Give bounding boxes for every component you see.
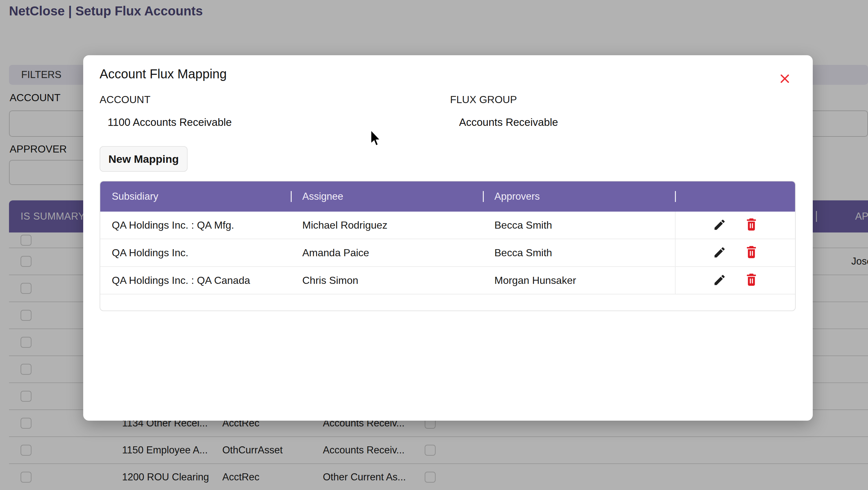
- mapping-row: QA Holdings Inc. : QA Canada Chris Simon…: [100, 267, 795, 294]
- close-icon: [777, 83, 793, 87]
- mapping-row: QA Holdings Inc. Amanda Paice Becca Smit…: [100, 239, 795, 267]
- row-actions: [675, 267, 795, 294]
- pencil-icon: [713, 273, 726, 288]
- new-mapping-button[interactable]: New Mapping: [100, 146, 188, 172]
- trash-icon: [745, 245, 758, 260]
- row-actions: [675, 239, 795, 266]
- subsidiary-cell: QA Holdings Inc.: [100, 239, 291, 266]
- mapping-table-header: Subsidiary Assignee Approvers: [100, 182, 795, 211]
- flux-group-label: FLUX GROUP: [450, 94, 517, 106]
- delete-mapping-button[interactable]: [745, 245, 758, 260]
- mapping-table: Subsidiary Assignee Approvers QA Holding…: [100, 181, 796, 311]
- dialog-title: Account Flux Mapping: [100, 67, 227, 81]
- edit-mapping-button[interactable]: [713, 218, 726, 232]
- delete-mapping-button[interactable]: [745, 273, 758, 288]
- assignee-column-header: Assignee: [291, 182, 483, 211]
- delete-mapping-button[interactable]: [745, 218, 758, 233]
- approvers-cell: Becca Smith: [483, 211, 675, 238]
- subsidiary-column-header: Subsidiary: [100, 182, 291, 211]
- pencil-icon: [713, 218, 726, 232]
- column-divider: [675, 191, 676, 202]
- screen: NetClose | Setup Flux Accounts FILTERS A…: [0, 0, 868, 490]
- account-label: ACCOUNT: [100, 94, 150, 106]
- account-flux-mapping-dialog: Account Flux Mapping ACCOUNT FLUX GROUP …: [83, 55, 813, 421]
- assignee-cell: Michael Rodriguez: [291, 211, 483, 238]
- column-divider: [483, 191, 484, 202]
- pencil-icon: [713, 246, 726, 260]
- approvers-cell: Morgan Hunsaker: [483, 267, 675, 294]
- approvers-column-header: Approvers: [483, 182, 675, 211]
- assignee-cell: Chris Simon: [291, 267, 483, 294]
- row-actions: [675, 211, 795, 238]
- mapping-row: QA Holdings Inc. : QA Mfg. Michael Rodri…: [100, 211, 795, 239]
- edit-mapping-button[interactable]: [713, 273, 726, 288]
- flux-group-value: Accounts Receivable: [459, 116, 558, 128]
- trash-icon: [745, 218, 758, 233]
- trash-icon: [745, 273, 758, 288]
- column-divider: [291, 191, 292, 202]
- table-footer-spacer: [100, 294, 795, 311]
- subsidiary-cell: QA Holdings Inc. : QA Mfg.: [100, 211, 291, 238]
- subsidiary-cell: QA Holdings Inc. : QA Canada: [100, 267, 291, 294]
- account-value: 1100 Accounts Receivable: [107, 116, 231, 128]
- assignee-cell: Amanda Paice: [291, 239, 483, 266]
- approvers-cell: Becca Smith: [483, 239, 675, 266]
- close-button[interactable]: [776, 71, 793, 87]
- edit-mapping-button[interactable]: [713, 246, 726, 260]
